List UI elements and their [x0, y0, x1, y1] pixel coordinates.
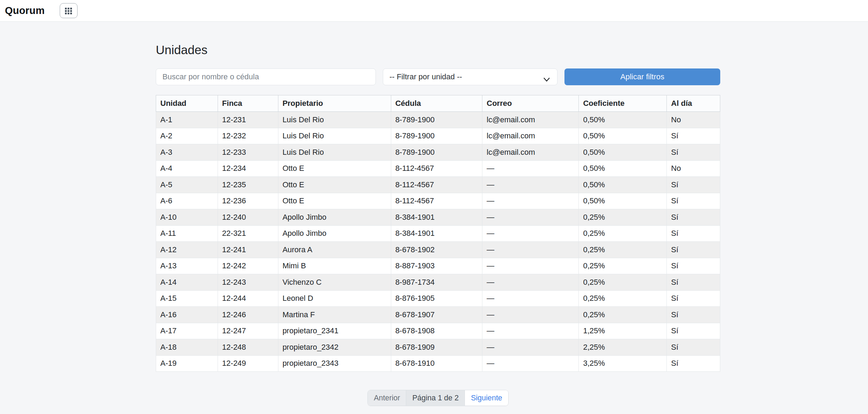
- unit-filter-select[interactable]: -- Filtrar por unidad --: [383, 68, 557, 85]
- table-cell: —: [482, 323, 579, 339]
- table-cell: 8-789-1900: [391, 144, 482, 161]
- table-cell: A-4: [156, 160, 218, 177]
- al-dia-cell[interactable]: Sí: [667, 290, 720, 307]
- al-dia-cell[interactable]: Sí: [667, 323, 720, 339]
- apply-filters-button[interactable]: Aplicar filtros: [564, 68, 720, 85]
- table-cell: —: [482, 225, 579, 242]
- table-cell: 8-789-1900: [391, 112, 482, 128]
- table-row: A-1012-240Apollo Jimbo8-384-1901—0,25%Sí: [156, 209, 720, 226]
- table-cell: 0,50%: [579, 128, 667, 144]
- table-cell: 0,25%: [579, 242, 667, 258]
- table-cell: —: [482, 339, 579, 356]
- table-cell: A-19: [156, 355, 218, 372]
- table-cell: 8-987-1734: [391, 274, 482, 291]
- table-cell: A-15: [156, 290, 218, 307]
- table-cell: 8-384-1901: [391, 225, 482, 242]
- search-input[interactable]: [156, 68, 376, 85]
- table-row: A-1312-242Mimi B8-887-1903—0,25%Sí: [156, 258, 720, 274]
- table-cell: —: [482, 177, 579, 193]
- table-cell: Otto E: [278, 160, 391, 177]
- al-dia-cell[interactable]: Sí: [667, 128, 720, 144]
- table-cell: 8-789-1900: [391, 128, 482, 144]
- al-dia-cell[interactable]: Sí: [667, 193, 720, 209]
- table-row: A-412-234Otto E8-112-4567—0,50%No: [156, 160, 720, 177]
- table-cell: 12-236: [218, 193, 278, 209]
- table-cell: Apollo Jimbo: [278, 209, 391, 226]
- pagination-group: Anterior Página 1 de 2 Siguiente: [367, 390, 509, 406]
- main-content: Unidades -- Filtrar por unidad -- Aplica…: [0, 22, 868, 406]
- table-cell: 12-249: [218, 355, 278, 372]
- brand-logo[interactable]: Quorum: [5, 5, 45, 16]
- table-cell: A-2: [156, 128, 218, 144]
- table-cell: 8-678-1902: [391, 242, 482, 258]
- table-cell: Martina F: [278, 307, 391, 323]
- column-header: Unidad: [156, 95, 218, 112]
- table-cell: Vichenzo C: [278, 274, 391, 291]
- table-cell: A-1: [156, 112, 218, 128]
- table-cell: 12-244: [218, 290, 278, 307]
- table-cell: 12-231: [218, 112, 278, 128]
- next-page-button[interactable]: Siguiente: [465, 390, 508, 406]
- table-cell: 8-678-1910: [391, 355, 482, 372]
- al-dia-cell[interactable]: Sí: [667, 355, 720, 372]
- column-header: Correo: [482, 95, 579, 112]
- table-cell: Otto E: [278, 193, 391, 209]
- table-cell: 0,50%: [579, 177, 667, 193]
- table-cell: 0,25%: [579, 290, 667, 307]
- al-dia-cell[interactable]: Sí: [667, 307, 720, 323]
- table-cell: 12-247: [218, 323, 278, 339]
- apps-grid-button[interactable]: [60, 3, 78, 18]
- al-dia-cell: No: [667, 160, 720, 177]
- al-dia-cell[interactable]: Sí: [667, 144, 720, 161]
- table-cell: A-13: [156, 258, 218, 274]
- table-cell: 3,25%: [579, 355, 667, 372]
- table-cell: 12-246: [218, 307, 278, 323]
- al-dia-cell[interactable]: Sí: [667, 258, 720, 274]
- table-row: A-1712-247propietaro_23418-678-1908—1,25…: [156, 323, 720, 339]
- table-cell: A-5: [156, 177, 218, 193]
- table-cell: Leonel D: [278, 290, 391, 307]
- al-dia-cell: No: [667, 112, 720, 128]
- al-dia-cell[interactable]: Sí: [667, 274, 720, 291]
- table-cell: 8-112-4567: [391, 160, 482, 177]
- table-cell: 12-234: [218, 160, 278, 177]
- table-cell: A-10: [156, 209, 218, 226]
- table-cell: 8-678-1908: [391, 323, 482, 339]
- table-row: A-1412-243Vichenzo C8-987-1734—0,25%Sí: [156, 274, 720, 291]
- pagination: Anterior Página 1 de 2 Siguiente: [156, 390, 720, 406]
- table-row: A-112-231Luis Del Rio8-789-1900lc@email.…: [156, 112, 720, 128]
- table-cell: A-14: [156, 274, 218, 291]
- table-cell: lc@email.com: [482, 128, 579, 144]
- table-cell: Otto E: [278, 177, 391, 193]
- table-cell: 0,50%: [579, 193, 667, 209]
- al-dia-cell[interactable]: Sí: [667, 209, 720, 226]
- table-row: A-312-233Luis Del Rio8-789-1900lc@email.…: [156, 144, 720, 161]
- table-cell: 8-678-1907: [391, 307, 482, 323]
- table-row: A-1812-248propietaro_23428-678-1909—2,25…: [156, 339, 720, 356]
- al-dia-cell[interactable]: Sí: [667, 177, 720, 193]
- table-cell: 0,50%: [579, 160, 667, 177]
- table-cell: —: [482, 258, 579, 274]
- table-cell: 0,50%: [579, 112, 667, 128]
- table-cell: 8-384-1901: [391, 209, 482, 226]
- table-cell: propietaro_2342: [278, 339, 391, 356]
- table-cell: 22-321: [218, 225, 278, 242]
- al-dia-cell[interactable]: Sí: [667, 339, 720, 356]
- table-header-row: UnidadFincaPropietarioCédulaCorreoCoefic…: [156, 95, 720, 112]
- table-cell: 0,25%: [579, 225, 667, 242]
- table-cell: A-12: [156, 242, 218, 258]
- previous-page-button[interactable]: Anterior: [368, 390, 406, 406]
- al-dia-cell[interactable]: Sí: [667, 225, 720, 242]
- table-cell: A-18: [156, 339, 218, 356]
- page-title: Unidades: [156, 43, 720, 57]
- table-cell: —: [482, 160, 579, 177]
- al-dia-cell[interactable]: Sí: [667, 242, 720, 258]
- table-cell: 12-242: [218, 258, 278, 274]
- table-cell: 0,25%: [579, 209, 667, 226]
- table-cell: 8-112-4567: [391, 177, 482, 193]
- table-cell: Luis Del Rio: [278, 128, 391, 144]
- table-cell: —: [482, 307, 579, 323]
- table-cell: 12-241: [218, 242, 278, 258]
- table-row: A-1512-244Leonel D8-876-1905—0,25%Sí: [156, 290, 720, 307]
- table-cell: 0,25%: [579, 274, 667, 291]
